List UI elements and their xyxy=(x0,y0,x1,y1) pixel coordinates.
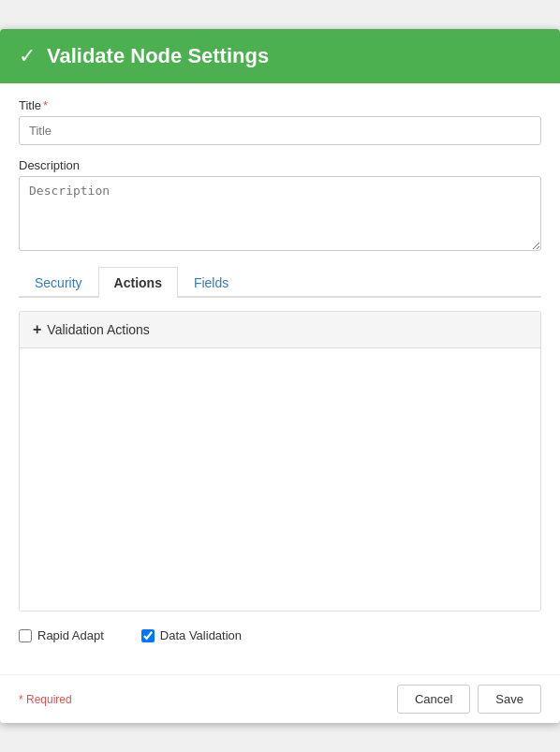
modal-body: Title* Description Security Actions Fiel… xyxy=(0,83,560,674)
description-group: Description xyxy=(19,158,541,254)
tab-security[interactable]: Security xyxy=(19,267,98,298)
tab-actions[interactable]: Actions xyxy=(98,267,178,298)
checkboxes-row: Rapid Adapt Data Validation xyxy=(19,625,541,646)
tab-content-area: + Validation Actions xyxy=(19,311,541,612)
title-group: Title* xyxy=(19,98,541,145)
tabs-container: Security Actions Fields xyxy=(19,267,541,298)
validation-actions-label: Validation Actions xyxy=(47,322,149,337)
description-label: Description xyxy=(19,158,541,172)
modal-title: Validate Node Settings xyxy=(47,44,269,68)
modal-footer: * Required Cancel Save xyxy=(0,674,560,723)
check-icon: ✓ xyxy=(19,46,36,66)
title-required: * xyxy=(43,98,48,112)
save-button[interactable]: Save xyxy=(478,685,541,714)
data-validation-checkbox[interactable] xyxy=(141,629,155,642)
footer-buttons: Cancel Save xyxy=(397,685,541,714)
rapid-adapt-checkbox[interactable] xyxy=(19,629,32,642)
tab-fields[interactable]: Fields xyxy=(178,267,244,298)
cancel-button[interactable]: Cancel xyxy=(397,685,470,714)
rapid-adapt-checkbox-item[interactable]: Rapid Adapt xyxy=(19,628,104,642)
data-validation-label: Data Validation xyxy=(160,628,242,642)
rapid-adapt-label: Rapid Adapt xyxy=(37,628,104,642)
data-validation-checkbox-item[interactable]: Data Validation xyxy=(141,628,242,642)
validation-actions-header: + Validation Actions xyxy=(20,312,540,348)
modal-container: ✓ Validate Node Settings Title* Descript… xyxy=(0,29,560,723)
modal-header: ✓ Validate Node Settings xyxy=(0,29,560,83)
validation-actions-body xyxy=(20,348,540,611)
description-input[interactable] xyxy=(19,176,541,251)
plus-icon: + xyxy=(33,321,41,338)
required-note: * Required xyxy=(19,693,72,706)
title-input[interactable] xyxy=(19,116,541,145)
title-label: Title* xyxy=(19,98,541,112)
